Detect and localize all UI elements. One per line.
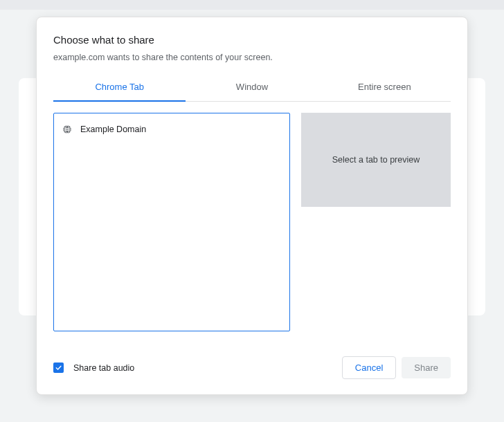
list-item[interactable]: Example Domain [62,123,281,136]
content-row: Example Domain Select a tab to preview [53,102,451,344]
share-dialog: Choose what to share example.com wants t… [36,17,468,395]
check-icon [55,364,62,371]
tab-window[interactable]: Window [186,75,318,102]
dialog-subtitle: example.com wants to share the contents … [53,53,451,62]
preview-panel: Select a tab to preview [301,113,451,207]
globe-icon [62,125,72,134]
dialog-footer: Share tab audio Cancel Share [37,344,467,394]
share-button[interactable]: Share [402,357,451,378]
dialog-title: Choose what to share [53,34,451,46]
tab-list[interactable]: Example Domain [53,113,290,331]
cancel-button[interactable]: Cancel [342,356,396,379]
share-audio-checkbox[interactable] [53,363,64,373]
tab-chrome-tab[interactable]: Chrome Tab [53,75,186,102]
preview-placeholder: Select a tab to preview [332,155,420,165]
chrome-top-bar [0,0,504,10]
share-tabs: Chrome Tab Window Entire screen [53,75,451,102]
share-audio-option[interactable]: Share tab audio [53,363,134,373]
share-audio-label: Share tab audio [73,363,134,373]
tab-entire-screen[interactable]: Entire screen [318,75,451,102]
list-item-label: Example Domain [80,125,146,134]
